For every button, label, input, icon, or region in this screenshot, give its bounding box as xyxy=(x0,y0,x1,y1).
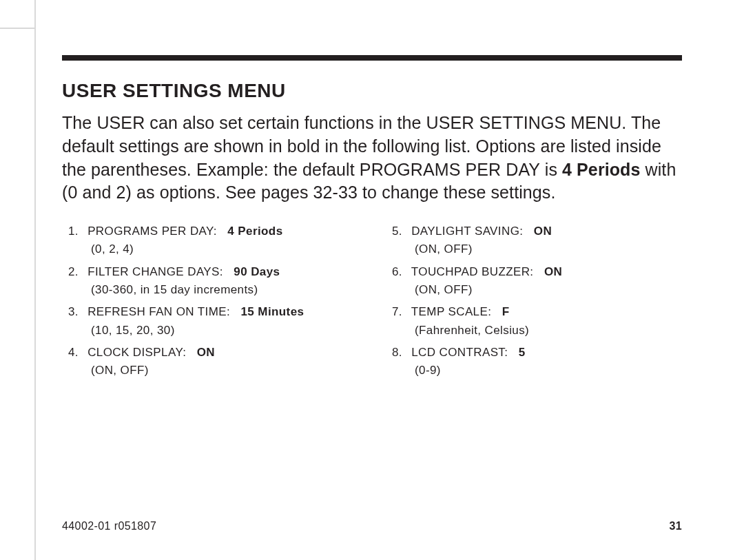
intro-bold: 4 Periods xyxy=(562,160,640,179)
intro-paragraph: The USER can also set certain functions … xyxy=(62,112,682,205)
setting-item: 1. PROGRAMS PER DAY: 4 Periods (0, 2, 4) xyxy=(62,222,358,259)
setting-default: 4 Periods xyxy=(227,225,282,238)
setting-options: (ON, OFF) xyxy=(415,240,682,258)
setting-number: 2. xyxy=(62,263,79,281)
setting-options: (0-9) xyxy=(415,362,682,380)
page-number: 31 xyxy=(669,520,682,532)
setting-label: PROGRAMS PER DAY: xyxy=(87,225,217,238)
page-footer: 44002-01 r051807 31 xyxy=(62,520,682,532)
setting-default: F xyxy=(502,305,510,318)
setting-label: TOUCHPAD BUZZER: xyxy=(411,265,534,278)
setting-number: 8. xyxy=(386,344,402,362)
setting-default: 15 Minutes xyxy=(241,305,304,318)
settings-col-right: 5. DAYLIGHT SAVING: ON (ON, OFF) 6. TOUC… xyxy=(386,222,682,384)
setting-number: 3. xyxy=(62,303,79,321)
setting-item: 4. CLOCK DISPLAY: ON (ON, OFF) xyxy=(62,344,358,380)
settings-columns: 1. PROGRAMS PER DAY: 4 Periods (0, 2, 4)… xyxy=(62,222,682,384)
setting-item: 8. LCD CONTRAST: 5 (0-9) xyxy=(386,344,682,380)
setting-number: 5. xyxy=(386,222,402,240)
setting-options: (ON, OFF) xyxy=(91,362,358,380)
setting-number: 6. xyxy=(386,263,402,281)
setting-default: 90 Days xyxy=(234,265,280,278)
setting-default: 5 xyxy=(519,346,526,359)
setting-default: ON xyxy=(544,265,562,278)
setting-options: (30-360, in 15 day increments) xyxy=(91,281,358,299)
page-content: USER SETTINGS MENU The USER can also set… xyxy=(62,55,682,384)
setting-options: (10, 15, 20, 30) xyxy=(91,322,358,340)
setting-item: 2. FILTER CHANGE DAYS: 90 Days (30-360, … xyxy=(62,263,358,300)
setting-default: ON xyxy=(534,225,552,238)
setting-label: FILTER CHANGE DAYS: xyxy=(87,265,223,278)
setting-number: 4. xyxy=(62,344,79,362)
setting-item: 5. DAYLIGHT SAVING: ON (ON, OFF) xyxy=(386,222,682,259)
setting-label: CLOCK DISPLAY: xyxy=(87,346,186,359)
setting-options: (ON, OFF) xyxy=(415,281,682,299)
page-gutter-tick xyxy=(0,28,36,29)
doc-id: 44002-01 r051807 xyxy=(62,520,156,532)
setting-label: LCD CONTRAST: xyxy=(411,346,508,359)
setting-options: (0, 2, 4) xyxy=(91,240,358,258)
settings-col-left: 1. PROGRAMS PER DAY: 4 Periods (0, 2, 4)… xyxy=(62,222,358,384)
setting-default: ON xyxy=(197,346,215,359)
setting-item: 6. TOUCHPAD BUZZER: ON (ON, OFF) xyxy=(386,263,682,300)
setting-label: TEMP SCALE: xyxy=(411,305,492,318)
setting-item: 7. TEMP SCALE: F (Fahrenheit, Celsius) xyxy=(386,303,682,340)
top-rule xyxy=(62,55,682,61)
setting-label: DAYLIGHT SAVING: xyxy=(411,225,523,238)
setting-number: 7. xyxy=(386,303,402,321)
page-gutter xyxy=(34,0,36,560)
setting-item: 3. REFRESH FAN ON TIME: 15 Minutes (10, … xyxy=(62,303,358,340)
setting-options: (Fahrenheit, Celsius) xyxy=(415,322,682,340)
setting-label: REFRESH FAN ON TIME: xyxy=(87,305,230,318)
setting-number: 1. xyxy=(62,222,79,240)
section-title: USER SETTINGS MENU xyxy=(62,80,682,102)
